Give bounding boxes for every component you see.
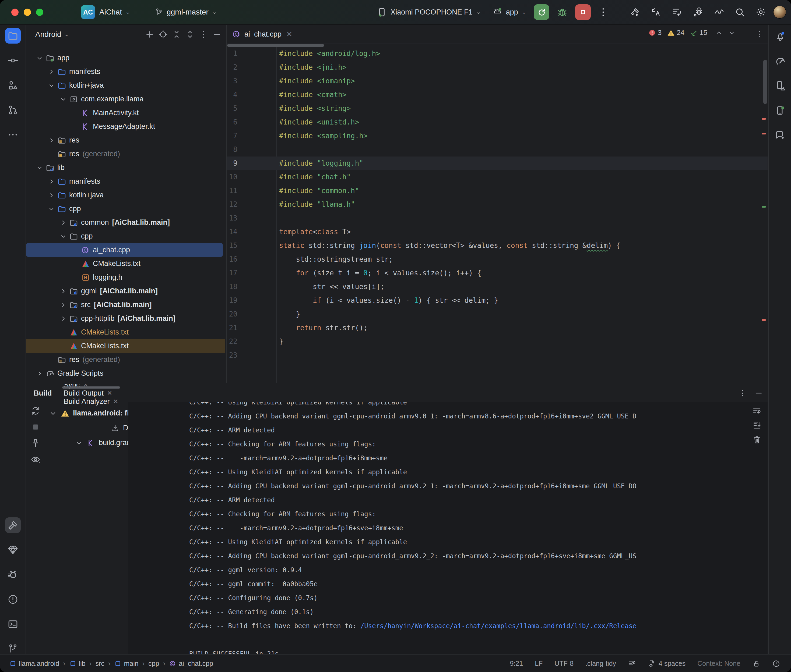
- status-item[interactable]: [772, 660, 780, 668]
- user-avatar[interactable]: [773, 6, 786, 19]
- debug-button[interactable]: [556, 6, 568, 18]
- eye-button[interactable]: [30, 454, 41, 464]
- chevron-down-icon[interactable]: [35, 164, 43, 172]
- tool-window-button-notifications[interactable]: [772, 29, 788, 44]
- status-item[interactable]: [628, 660, 636, 668]
- branch-selector[interactable]: ggml-master ⌄: [154, 8, 217, 17]
- chevron-down-icon[interactable]: [59, 232, 67, 240]
- locate-button[interactable]: [158, 30, 168, 39]
- pin-button[interactable]: [30, 438, 41, 448]
- collapse-all-button[interactable]: [185, 30, 195, 39]
- more-actions-button[interactable]: [598, 7, 608, 18]
- run-configuration-selector[interactable]: app ⌄: [492, 7, 527, 18]
- chevron-right-icon[interactable]: [47, 191, 55, 199]
- status-item--clang-tidy[interactable]: .clang-tidy: [586, 660, 616, 667]
- rerun-button[interactable]: [534, 4, 549, 20]
- breadcrumb-item[interactable]: src: [95, 660, 104, 667]
- chevron-down-icon[interactable]: [59, 95, 67, 103]
- hide-build-panel-button[interactable]: [754, 389, 763, 398]
- tool-window-button-device-manager[interactable]: [772, 78, 788, 94]
- apply-code-button[interactable]: [672, 7, 682, 18]
- status-item-utf-8[interactable]: UTF-8: [554, 660, 574, 667]
- chevron-down-icon[interactable]: [48, 409, 58, 418]
- close-window-button[interactable]: [11, 9, 19, 16]
- breadcrumb-item[interactable]: ai_chat.cpp: [169, 660, 213, 667]
- settings-button[interactable]: [756, 7, 766, 18]
- build-tree-item[interactable]: llama.android: fi22 sec, 583 ms: [45, 406, 128, 421]
- tool-window-button-pull-requests[interactable]: [5, 102, 21, 118]
- tree-item-res[interactable]: res(generated): [26, 353, 226, 366]
- status-item-9-21[interactable]: 9:21: [510, 660, 523, 667]
- chevron-down-icon[interactable]: [35, 54, 43, 62]
- tree-item-com-example-llama[interactable]: com.example.llama: [26, 92, 226, 106]
- tree-item-cpp-httplib[interactable]: cpp-httplib[AiChat.lib.main]: [26, 312, 226, 325]
- project-view-selector[interactable]: Android: [35, 30, 61, 39]
- breadcrumb-item[interactable]: main: [114, 660, 138, 667]
- tree-item-common[interactable]: common[AiChat.lib.main]: [26, 216, 226, 229]
- build-tab-build-output[interactable]: Build Output✕: [64, 389, 119, 397]
- error-stripe-mark[interactable]: [762, 118, 766, 120]
- tree-item-messageadapter-kt[interactable]: MessageAdapter.kt: [26, 120, 226, 133]
- close-tab-icon[interactable]: ✕: [286, 30, 292, 38]
- tool-window-button-logcat[interactable]: [5, 567, 21, 582]
- chevron-right-icon[interactable]: [47, 136, 55, 144]
- tool-window-button-build[interactable]: [5, 517, 21, 533]
- chevron-right-icon[interactable]: [59, 219, 67, 227]
- tool-window-button-running-devices[interactable]: [772, 103, 788, 118]
- tree-item-manifests[interactable]: manifests: [26, 65, 226, 78]
- chevron-down-icon[interactable]: [74, 438, 83, 448]
- tree-item-cpp[interactable]: cpp: [26, 229, 226, 243]
- editor-horizontal-scrollbar[interactable]: [227, 44, 324, 47]
- next-problem-button[interactable]: [728, 29, 736, 37]
- build-tree-item[interactable]: Download info: [45, 421, 128, 435]
- editor-area[interactable]: ai_chat.cpp ✕ 3 24 15 1#include <android…: [226, 25, 768, 383]
- tool-window-button-structure[interactable]: [5, 77, 21, 93]
- tree-item-ggml[interactable]: ggml[AiChat.lib.main]: [26, 284, 226, 298]
- build-tab-build-analyzer[interactable]: Build Analyzer✕: [64, 397, 119, 406]
- tool-window-button-commit[interactable]: [5, 53, 21, 68]
- tool-window-button-terminal[interactable]: [5, 616, 21, 632]
- tab-ai-chat-cpp[interactable]: ai_chat.cpp ✕: [226, 25, 297, 43]
- editor-options-button[interactable]: [755, 30, 764, 39]
- close-tab-icon[interactable]: ✕: [113, 398, 119, 405]
- status-item-4-spaces[interactable]: 4 spaces: [648, 660, 685, 668]
- chevron-down-icon[interactable]: [47, 82, 55, 90]
- chevron-right-icon[interactable]: [59, 287, 67, 295]
- build-options-button[interactable]: [738, 389, 747, 398]
- tree-item-manifests[interactable]: manifests: [26, 174, 226, 188]
- build-console[interactable]: C/C++: -- Using KleidiAI optimized kerne…: [128, 402, 768, 654]
- build-tree-item[interactable]: build.gradle.ktsapp 1 warning: [45, 435, 128, 450]
- code-content[interactable]: 1#include <android/log.h>2#include <jni.…: [226, 47, 768, 383]
- tree-item-lib[interactable]: lib: [26, 161, 226, 174]
- chevron-right-icon[interactable]: [59, 315, 67, 323]
- tree-item-cmakelists-txt[interactable]: CMakeLists.txt: [26, 325, 226, 339]
- stop-sq-button[interactable]: [30, 422, 41, 432]
- apply-run-button[interactable]: [650, 7, 661, 18]
- minimize-window-button[interactable]: [24, 9, 31, 16]
- chevron-right-icon[interactable]: [35, 370, 43, 378]
- error-stripe-mark[interactable]: [762, 206, 766, 208]
- build-tree-item[interactable]: 'jvmTarget: String' is deprec: [45, 450, 128, 465]
- status-item-lf[interactable]: LF: [535, 660, 542, 667]
- tree-item-kotlin-java[interactable]: kotlin+java: [26, 188, 226, 202]
- tool-window-button-gradle[interactable]: [772, 53, 788, 69]
- expand-all-button[interactable]: [172, 30, 181, 39]
- scroll-end-button[interactable]: [752, 420, 762, 430]
- tree-item-kotlin-java[interactable]: kotlin+java: [26, 78, 226, 92]
- minus-button[interactable]: [212, 30, 222, 39]
- device-selector[interactable]: Xiaomi POCOPHONE F1 ⌄: [377, 7, 481, 18]
- tree-item-ai-chat-cpp[interactable]: ai_chat.cpp: [26, 243, 223, 257]
- stop-button[interactable]: [575, 4, 591, 20]
- tool-window-button-problems[interactable]: [5, 592, 21, 607]
- tree-item-cmakelists-txt[interactable]: CMakeLists.txt: [26, 339, 225, 353]
- inspections-widget[interactable]: 3 24 15: [648, 29, 736, 37]
- status-item-context-none[interactable]: Context: None: [697, 660, 740, 667]
- tree-item-cmakelists-txt[interactable]: CMakeLists.txt: [26, 257, 226, 270]
- clear-button[interactable]: [752, 435, 762, 445]
- project-selector[interactable]: AiChat ⌄: [99, 8, 130, 16]
- re-sync-button[interactable]: [30, 406, 41, 416]
- close-tab-icon[interactable]: ✕: [107, 389, 112, 397]
- profiler-button[interactable]: [714, 7, 724, 18]
- tree-item-src[interactable]: src[AiChat.lib.main]: [26, 298, 226, 312]
- error-stripe-mark[interactable]: [762, 133, 766, 134]
